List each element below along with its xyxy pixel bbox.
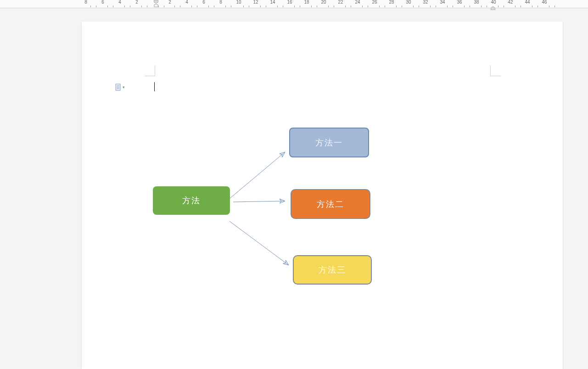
diagram-node-child-2[interactable]: 方法二 (291, 189, 370, 219)
ruler-minor-tick (96, 6, 96, 7)
ruler-minor-tick (208, 6, 209, 7)
ruler-minor-tick (249, 6, 249, 7)
ruler-tick: 10 (236, 0, 241, 5)
node-label: 方法 (182, 195, 201, 206)
svg-line-8 (233, 201, 285, 202)
ruler-tick: 8 (84, 0, 87, 5)
ruler-minor-tick (481, 6, 482, 7)
ruler-minor-tick (498, 6, 498, 7)
ruler-minor-tick (385, 6, 385, 7)
node-label: 方法二 (317, 199, 344, 210)
ruler-minor-tick (402, 6, 402, 7)
ruler-tick: 2 (168, 0, 171, 5)
document-page[interactable]: ▾ 方法 方法一 方法二 方法三 (82, 22, 563, 369)
ruler-tick: 40 (491, 0, 496, 5)
ruler-minor-tick (174, 6, 175, 7)
ruler-minor-tick (231, 6, 231, 7)
horizontal-ruler[interactable]: 8642246810121416182022242628303234363840… (0, 0, 588, 8)
ruler-minor-tick (351, 6, 351, 7)
ruler-minor-tick (368, 6, 368, 7)
ruler-minor-tick (521, 6, 521, 7)
ruler-minor-tick (260, 6, 261, 7)
ruler-minor-tick (430, 6, 431, 7)
ruler-minor-tick (90, 6, 91, 7)
ruler-tick: 34 (440, 0, 445, 5)
ruler-minor-tick (464, 6, 465, 7)
ruler-minor-tick (396, 6, 397, 7)
ruler-minor-tick (515, 6, 515, 7)
ruler-minor-tick (124, 6, 125, 7)
ruler-tick: 14 (270, 0, 275, 5)
ruler-minor-tick (294, 6, 295, 7)
margin-corner-top-left (145, 66, 155, 76)
ruler-minor-tick (300, 6, 300, 7)
margin-corner-top-right (490, 66, 501, 76)
ruler-minor-tick (243, 6, 244, 7)
ruler-tick: 6 (202, 0, 205, 5)
ruler-tick: 32 (423, 0, 428, 5)
ruler-tick: 26 (372, 0, 377, 5)
ruler-minor-tick (345, 6, 346, 7)
svg-line-7 (230, 152, 285, 198)
ruler-minor-tick (362, 6, 363, 7)
ruler-tick: 12 (253, 0, 258, 5)
ruler-minor-tick (470, 6, 470, 7)
ruler-minor-tick (277, 6, 278, 7)
ruler-minor-tick (419, 6, 419, 7)
ruler-tick: 30 (406, 0, 411, 5)
text-cursor (154, 82, 155, 91)
ruler-tick: 8 (219, 0, 222, 5)
ruler-tick: 42 (508, 0, 513, 5)
ruler-tick: 18 (304, 0, 309, 5)
ruler-minor-tick (191, 6, 192, 7)
ruler-minor-tick (453, 6, 453, 7)
diagram-node-child-3[interactable]: 方法三 (293, 255, 372, 285)
ruler-minor-tick (214, 6, 214, 7)
ruler-minor-tick (113, 6, 113, 7)
ruler-tick: 28 (389, 0, 394, 5)
ruler-tick: 36 (457, 0, 462, 5)
indent-marker-icon[interactable] (154, 0, 158, 7)
ruler-tick: 6 (101, 0, 104, 5)
ruler-minor-tick (130, 6, 130, 7)
diagram-node-child-1[interactable]: 方法一 (289, 128, 369, 157)
ruler-tick: 44 (525, 0, 530, 5)
ruler-minor-tick (147, 6, 147, 7)
ruler-tick: 46 (542, 0, 547, 5)
ruler-minor-tick (317, 6, 317, 7)
ruler-minor-tick (266, 6, 266, 7)
svg-rect-1 (154, 5, 158, 7)
ruler-tick: 38 (474, 0, 479, 5)
ruler-minor-tick (164, 6, 164, 7)
ruler-minor-tick (283, 6, 283, 7)
ruler-minor-tick (180, 6, 180, 7)
svg-marker-2 (491, 6, 495, 10)
ruler-minor-tick (334, 6, 334, 7)
svg-line-9 (230, 221, 288, 265)
right-indent-marker-icon[interactable] (491, 4, 495, 12)
ruler-minor-tick (141, 6, 142, 7)
node-label: 方法一 (315, 137, 343, 148)
ruler-minor-tick (436, 6, 436, 7)
diagram-node-root[interactable]: 方法 (153, 186, 230, 215)
ruler-minor-tick (379, 6, 380, 7)
ruler-minor-tick (158, 6, 159, 7)
paste-options-button[interactable]: ▾ (115, 84, 125, 91)
ruler-minor-tick (197, 6, 197, 7)
ruler-minor-tick (532, 6, 532, 7)
ruler-minor-tick (504, 6, 504, 7)
ruler-minor-tick (554, 6, 555, 7)
ruler-minor-tick (225, 6, 226, 7)
ruler-tick: 4 (118, 0, 121, 5)
ruler-minor-tick (311, 6, 312, 7)
ruler-minor-tick (447, 6, 448, 7)
ruler-tick: 24 (355, 0, 360, 5)
chevron-down-icon: ▾ (123, 85, 125, 89)
ruler-tick: 22 (338, 0, 343, 5)
ruler-minor-tick (549, 6, 549, 7)
node-label: 方法三 (319, 264, 346, 275)
ruler-minor-tick (107, 6, 108, 7)
svg-marker-0 (154, 0, 158, 4)
ruler-tick: 4 (185, 0, 188, 5)
ruler-minor-tick (487, 6, 487, 7)
